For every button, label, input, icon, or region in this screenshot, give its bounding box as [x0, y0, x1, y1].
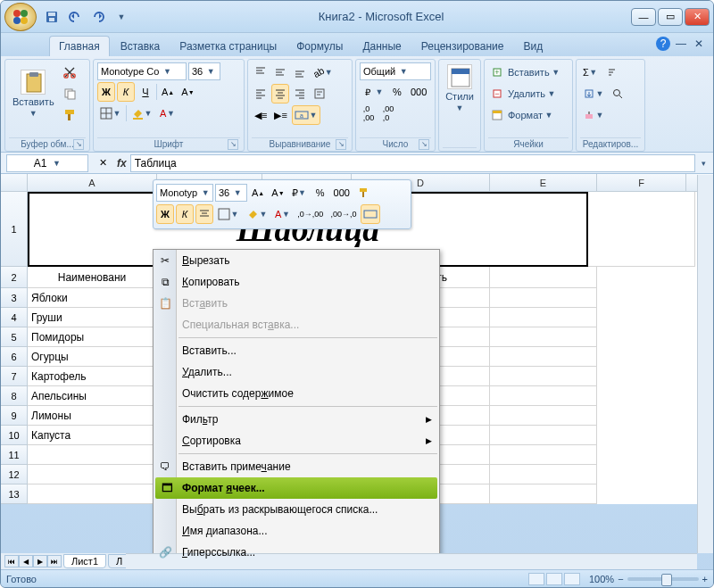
alignment-launcher[interactable]: ↘ — [336, 139, 346, 150]
cm-insert-comment[interactable]: 🗨Вставить примечание — [154, 456, 439, 477]
rowhead-1[interactable]: 1 — [1, 192, 28, 267]
formula-expand[interactable]: ▾ — [699, 159, 708, 168]
formula-input[interactable]: Таблица — [130, 154, 695, 172]
cell[interactable]: Яблоки — [28, 288, 157, 308]
zoom-slider[interactable] — [627, 577, 699, 581]
fx-icon[interactable]: fx — [117, 157, 127, 170]
rowhead-3[interactable]: 3 — [1, 288, 28, 308]
underline-button[interactable]: Ч — [137, 82, 154, 102]
mini-dec-decimal[interactable]: ,00→,0 — [328, 204, 359, 224]
tab-view[interactable]: Вид — [514, 37, 552, 56]
mini-borders[interactable]: ▼ — [215, 204, 242, 224]
cm-filter[interactable]: Фильтр▶ — [154, 409, 439, 430]
rowhead-9[interactable]: 9 — [1, 406, 28, 426]
cm-dropdown-pick[interactable]: Выбрать из раскрывающегося списка... — [154, 499, 439, 520]
rowhead-11[interactable]: 11 — [1, 445, 28, 465]
font-size-combo[interactable]: 36▼ — [188, 62, 220, 80]
decrease-decimal-button[interactable]: ,00,0 — [379, 104, 397, 123]
clear-button[interactable]: ▼ — [580, 105, 607, 125]
sort-filter-button[interactable] — [602, 62, 620, 82]
align-top-button[interactable] — [252, 62, 270, 82]
tab-review[interactable]: Рецензирование — [412, 37, 513, 56]
colhead-f[interactable]: F — [597, 174, 686, 191]
mini-comma[interactable]: 000 — [331, 183, 353, 203]
mini-format-painter[interactable] — [354, 183, 372, 203]
sheet-last[interactable]: ⏭ — [47, 555, 62, 567]
tab-home[interactable]: Главная — [49, 36, 110, 56]
cell[interactable]: Наименовани — [28, 267, 157, 288]
find-button[interactable] — [609, 84, 627, 104]
orientation-button[interactable]: ab▼ — [311, 62, 336, 82]
help-icon[interactable]: ? — [656, 37, 670, 51]
cells-format-button[interactable] — [488, 105, 506, 125]
grow-font-button[interactable]: A▲ — [159, 82, 177, 102]
view-pagelayout[interactable] — [546, 573, 562, 585]
mini-size-combo[interactable]: 36▼ — [215, 184, 247, 202]
rowhead-2[interactable]: 2 — [1, 267, 28, 288]
mini-italic[interactable]: К — [176, 204, 194, 224]
cm-range-name[interactable]: Имя диапазона... — [154, 520, 439, 542]
cell[interactable]: Помидоры — [28, 327, 157, 347]
sheet-prev[interactable]: ◀ — [19, 555, 33, 567]
rowhead-8[interactable]: 8 — [1, 386, 28, 406]
mini-fill-color[interactable]: ▼ — [244, 204, 270, 224]
rowhead-12[interactable]: 12 — [1, 465, 28, 484]
rowhead-7[interactable]: 7 — [1, 367, 28, 386]
bold-button[interactable]: Ж — [97, 82, 115, 102]
copy-button[interactable] — [60, 84, 79, 104]
cm-cut[interactable]: ✂Вырезать — [154, 250, 439, 271]
tab-insert[interactable]: Вставка — [112, 37, 170, 56]
clipboard-launcher[interactable]: ↘ — [73, 139, 84, 150]
autosum-button[interactable]: Σ▼ — [580, 62, 601, 82]
cell[interactable]: Картофель — [28, 367, 157, 386]
cell-styles-button[interactable]: Стили▼ — [443, 62, 477, 114]
mini-accounting[interactable]: ₽▼ — [289, 183, 310, 203]
decrease-indent-button[interactable]: ◀≡ — [252, 105, 270, 125]
view-pagebreak[interactable] — [564, 573, 580, 585]
maximize-button[interactable]: ▭ — [658, 8, 683, 26]
fill-button[interactable]: ▼ — [580, 84, 607, 104]
tab-pagelayout[interactable]: Разметка страницы — [170, 37, 286, 56]
cell[interactable]: Лимоны — [28, 406, 157, 426]
align-left-button[interactable] — [252, 84, 270, 104]
cm-delete[interactable]: Удалить... — [154, 361, 439, 383]
undo-button[interactable] — [65, 7, 85, 27]
ribbon-minimize[interactable]: — — [674, 37, 688, 51]
fx-cancel[interactable]: ✕ — [94, 153, 112, 173]
cm-insert[interactable]: Вставить... — [154, 340, 439, 361]
cm-clear[interactable]: Очистить содержимое — [154, 383, 439, 404]
mini-merge[interactable] — [361, 204, 380, 224]
sheet-first[interactable]: ⏮ — [4, 555, 19, 567]
view-normal[interactable] — [528, 573, 544, 585]
cm-format-cells[interactable]: 🗔Формат ячеек... — [155, 477, 437, 499]
colhead-e[interactable]: E — [490, 174, 597, 191]
mini-shrink-font[interactable]: A▼ — [269, 183, 286, 203]
merge-cells-button[interactable]: a▼ — [292, 105, 320, 125]
italic-button[interactable]: К — [117, 82, 135, 102]
font-launcher[interactable]: ↘ — [228, 139, 238, 150]
mini-grow-font[interactable]: A▲ — [249, 183, 267, 203]
tab-formulas[interactable]: Формулы — [287, 37, 352, 56]
rowhead-4[interactable]: 4 — [1, 308, 28, 327]
percent-button[interactable]: % — [388, 82, 406, 102]
close-button[interactable]: ✕ — [685, 8, 710, 26]
sheet-next[interactable]: ▶ — [33, 555, 47, 567]
font-name-combo[interactable]: Monotype Cо▼ — [97, 62, 187, 80]
mini-percent[interactable]: % — [311, 183, 329, 203]
increase-decimal-button[interactable]: ,0,00 — [360, 104, 378, 123]
rowhead-5[interactable]: 5 — [1, 327, 28, 347]
cm-hyperlink[interactable]: 🔗Гиперссылка... — [154, 542, 439, 563]
select-all-corner[interactable] — [1, 174, 28, 191]
cells-delete-button[interactable]: − — [488, 84, 506, 104]
tab-data[interactable]: Данные — [353, 37, 410, 56]
name-box[interactable]: A1 ▼ — [6, 154, 88, 172]
cm-copy[interactable]: ⧉Копировать — [154, 271, 439, 293]
cell[interactable]: Огурцы — [28, 347, 157, 367]
shrink-font-button[interactable]: A▼ — [178, 82, 196, 102]
paste-button[interactable]: Вставить ▼ — [9, 68, 58, 120]
rowhead-10[interactable]: 10 — [1, 426, 28, 445]
comma-style-button[interactable]: 000 — [408, 82, 429, 102]
scrollbar-vertical[interactable] — [697, 175, 713, 553]
mini-font-combo[interactable]: Monotyp▼ — [156, 184, 213, 202]
mini-font-color[interactable]: A▼ — [272, 204, 293, 224]
